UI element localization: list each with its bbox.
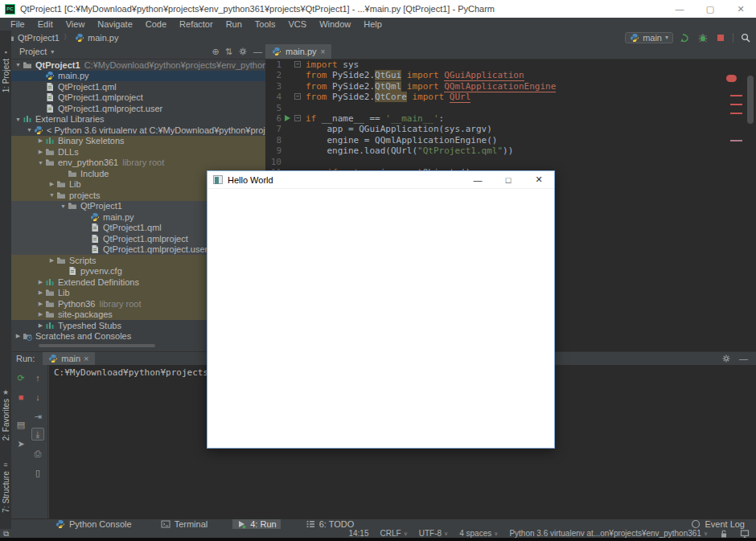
up-stack-trace-button[interactable]: ↑ xyxy=(31,371,44,384)
tool-button-project[interactable]: ▪ 1: Project xyxy=(0,48,11,92)
rerun-button[interactable]: ⟳ xyxy=(14,371,27,384)
menu-edit[interactable]: Edit xyxy=(32,18,59,30)
menu-help[interactable]: Help xyxy=(358,18,388,30)
tree-item-qtproject1-qmlproject-user[interactable]: QtProject1.qmlproject.user xyxy=(11,103,265,114)
expand-arrow-icon[interactable]: ▶ xyxy=(37,137,44,144)
run-panel-settings-button[interactable] xyxy=(721,354,731,363)
down-stack-trace-button[interactable]: ↓ xyxy=(31,391,44,404)
menu-code[interactable]: Code xyxy=(140,18,172,30)
code-line-1[interactable]: 1−import sys xyxy=(265,59,756,70)
restore-layout-button[interactable]: ▤ xyxy=(14,418,27,431)
status-widget-crlf[interactable]: CRLF∨ xyxy=(380,529,408,538)
fold-marker-icon[interactable]: − xyxy=(294,115,301,121)
minimize-button[interactable]: — xyxy=(664,0,695,18)
expand-arrow-icon[interactable]: ▶ xyxy=(37,322,44,329)
run-config-selector[interactable]: main ▾ xyxy=(625,32,673,43)
stop-process-button[interactable]: ■ xyxy=(14,391,27,404)
event-log-button[interactable]: Event Log xyxy=(691,519,756,529)
menu-run[interactable]: Run xyxy=(220,18,248,30)
code-line-2[interactable]: 2from PySide2.QtGui import QGuiApplicati… xyxy=(265,70,756,80)
status-widget-python[interactable]: Python 3.6 virtualenv at...on¥projects¥e… xyxy=(509,529,708,538)
expand-arrow-icon[interactable]: ▶ xyxy=(48,181,55,187)
tree-item-qtproject1-qmlproject[interactable]: QtProject1.qmlproject xyxy=(11,92,265,104)
expand-arrow-icon[interactable]: ▶ xyxy=(37,279,44,285)
tree-item--python-3-6-virtualenv-at-c-mydownload-python-projects-env-python361-[interactable]: ▼< Python 3.6 virtualenv at C:¥MyDownloa… xyxy=(11,125,265,136)
project-view-selector[interactable]: Project xyxy=(19,47,47,56)
code-line-9[interactable]: 9 engine.load(QUrl("QtProject1.qml")) xyxy=(265,145,756,156)
code-line-7[interactable]: 7 app = QGuiApplication(sys.argv) xyxy=(265,124,756,134)
run-tab-main[interactable]: main × xyxy=(43,352,94,365)
collapse-arrow-icon[interactable]: ▼ xyxy=(60,203,67,209)
expand-arrow-icon[interactable]: ▶ xyxy=(37,289,44,296)
tree-item-dlls[interactable]: ▶DLLs xyxy=(11,146,265,158)
search-everywhere-button[interactable] xyxy=(740,32,751,43)
tool-button-favorites[interactable]: ★ 2: Favorites xyxy=(0,388,11,441)
code-line-10[interactable]: 10 xyxy=(265,157,756,167)
fold-marker-icon[interactable]: − xyxy=(294,93,301,100)
menu-tools[interactable]: Tools xyxy=(249,18,281,30)
toolwindow-button-terminal[interactable]: Terminal xyxy=(157,519,212,530)
error-stripe-mark[interactable] xyxy=(730,104,742,105)
status-widget-4[interactable]: 4 spaces∨ xyxy=(459,529,498,538)
clear-console-button[interactable]: ▯ xyxy=(31,466,44,479)
panel-settings-button[interactable] xyxy=(238,47,248,56)
expand-arrow-icon[interactable]: ▶ xyxy=(37,149,44,155)
hide-run-panel-button[interactable]: — xyxy=(739,354,748,363)
hello-world-titlebar[interactable]: Hello World — □ ✕ xyxy=(207,171,554,189)
expand-arrow-icon[interactable]: ▶ xyxy=(48,257,55,264)
code-line-3[interactable]: 3from PySide2.QtQml import QQmlApplicati… xyxy=(265,81,756,92)
hello-world-window[interactable]: Hello World — □ ✕ xyxy=(207,170,555,449)
tree-item-external-libraries[interactable]: ▼External Libraries xyxy=(11,114,265,125)
code-line-6[interactable]: 6−if __name__ == '__main__': xyxy=(265,113,756,124)
tab-main-py[interactable]: main.py × xyxy=(265,44,331,59)
run-line-icon[interactable] xyxy=(285,115,290,121)
tree-item-env-python361[interactable]: ▼env_python361library root xyxy=(11,158,265,169)
tree-horizontal-scrollbar[interactable] xyxy=(39,344,155,347)
menu-view[interactable]: View xyxy=(60,18,91,30)
debug-button[interactable] xyxy=(697,32,709,43)
reading-mode-icon[interactable] xyxy=(740,529,750,539)
close-button[interactable]: ✕ xyxy=(725,0,756,18)
collapse-arrow-icon[interactable]: ▼ xyxy=(14,117,22,122)
collapse-arrow-icon[interactable]: ▼ xyxy=(14,62,22,68)
breadcrumb-file[interactable]: main.py xyxy=(75,33,119,43)
error-stripe-mark[interactable] xyxy=(730,140,742,141)
locate-file-button[interactable]: ⊕ xyxy=(212,47,220,57)
pin-tab-button[interactable]: ➤ xyxy=(14,437,27,450)
menu-navigate[interactable]: Navigate xyxy=(92,18,138,30)
close-button[interactable]: ✕ xyxy=(524,171,554,189)
toolwindow-switcher-icon[interactable]: ⧉ xyxy=(3,529,9,539)
tool-button-structure[interactable]: ≡ 7: Structure xyxy=(0,461,11,513)
stop-button[interactable] xyxy=(715,32,726,43)
status-widget-utf-8[interactable]: UTF-8∨ xyxy=(419,529,448,538)
toolwindow-button-python-console[interactable]: Python Console xyxy=(51,519,136,530)
menu-vcs[interactable]: VCS xyxy=(283,18,313,30)
tree-item-main-py[interactable]: main.py xyxy=(11,71,265,82)
code-line-8[interactable]: 8 engine = QQmlApplicationEngine() xyxy=(265,135,756,145)
hide-panel-button[interactable]: — xyxy=(253,47,262,56)
collapse-arrow-icon[interactable]: ▼ xyxy=(26,127,33,133)
code-line-4[interactable]: 4−from PySide2.QtCore import QUrl xyxy=(265,92,756,102)
close-tab-icon[interactable]: × xyxy=(84,354,88,363)
toolwindow-button-4-run[interactable]: 4: Run xyxy=(232,519,280,530)
maximize-button[interactable]: ▢ xyxy=(695,0,725,18)
tree-item-binary-skeletons[interactable]: ▶Binary Skeletons xyxy=(11,136,265,147)
collapse-all-button[interactable]: ⇅ xyxy=(225,47,232,57)
fold-marker-icon[interactable]: − xyxy=(294,61,301,68)
editor-vertical-scrollbar[interactable] xyxy=(747,76,754,124)
expand-arrow-icon[interactable]: ▶ xyxy=(37,301,44,307)
maximize-button[interactable]: □ xyxy=(493,171,524,189)
scroll-to-end-button[interactable]: ⤓ xyxy=(31,428,44,441)
menu-file[interactable]: File xyxy=(5,18,31,30)
menu-window[interactable]: Window xyxy=(314,18,356,30)
collapse-arrow-icon[interactable]: ▼ xyxy=(37,160,44,166)
collapse-arrow-icon[interactable]: ▼ xyxy=(48,192,55,198)
minimize-button[interactable]: — xyxy=(462,171,493,189)
close-tab-icon[interactable]: × xyxy=(321,47,326,56)
tree-item-qtproject1-qml[interactable]: QtProject1.qml xyxy=(11,81,265,92)
error-stripe-mark[interactable] xyxy=(730,95,742,96)
code-line-5[interactable]: 5 xyxy=(265,103,756,113)
lock-icon[interactable] xyxy=(719,529,729,539)
print-button[interactable]: ⎙ xyxy=(31,447,44,460)
run-button[interactable] xyxy=(680,32,691,43)
